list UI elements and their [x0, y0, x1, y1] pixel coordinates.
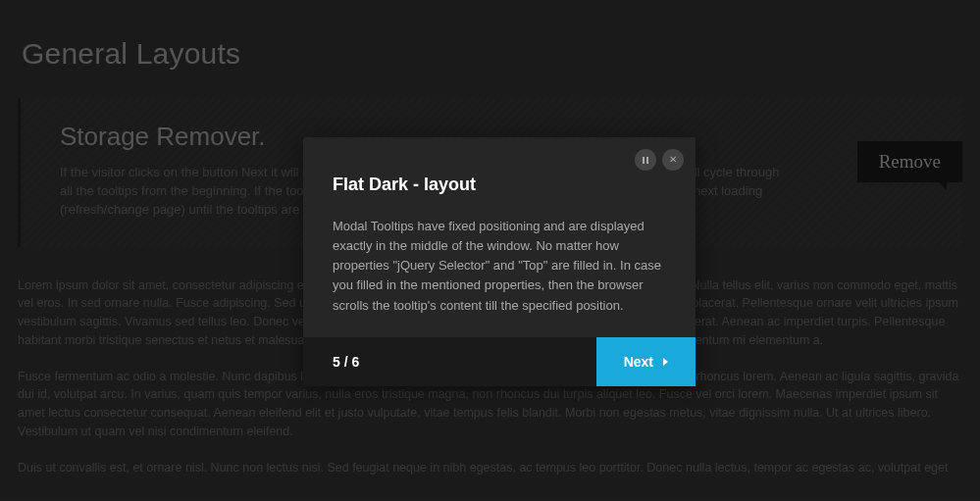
pause-button[interactable]	[635, 149, 656, 171]
modal-body: Modal Tooltips have fixed positioning an…	[333, 217, 666, 316]
modal-title: Flat Dark - layout	[333, 175, 666, 195]
next-button-label: Next	[624, 354, 653, 370]
next-button[interactable]: Next	[596, 337, 696, 386]
close-icon: ✕	[669, 155, 677, 165]
chevron-right-icon	[663, 358, 668, 366]
tooltip-modal: ✕ Flat Dark - layout Modal Tooltips have…	[303, 137, 696, 386]
close-button[interactable]: ✕	[662, 149, 684, 171]
pause-icon	[643, 157, 648, 164]
step-indicator: 5 / 6	[303, 337, 359, 386]
